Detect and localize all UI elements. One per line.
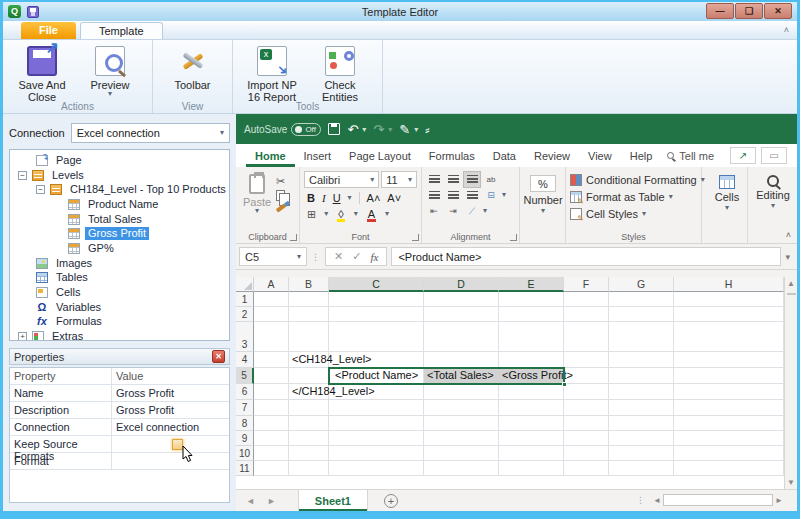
excel-ribbon-collapse-icon[interactable]: ˄: [786, 230, 791, 240]
align-bottom-button[interactable]: [464, 172, 480, 187]
decrease-indent-button[interactable]: ⇤: [426, 204, 442, 219]
autosave-toggle[interactable]: AutoSave Off: [244, 123, 321, 136]
insert-function-icon[interactable]: fx: [370, 251, 378, 263]
merge-dropdown-icon[interactable]: ▾: [502, 192, 506, 198]
column-header-c[interactable]: C: [329, 277, 424, 292]
connection-select[interactable]: Excel connection ▾: [71, 123, 230, 143]
alignment-dialog-launcher-icon[interactable]: [510, 234, 517, 241]
row-header-9[interactable]: 9: [236, 431, 254, 446]
property-row-description[interactable]: Description Gross Profit: [10, 402, 229, 419]
pen-dropdown-icon[interactable]: ▾: [414, 125, 418, 134]
preview-dropdown-icon[interactable]: ▾: [108, 91, 112, 97]
excel-tab-help[interactable]: Help: [621, 144, 662, 167]
font-color-dropdown-icon[interactable]: ▾: [385, 211, 389, 217]
fill-handle[interactable]: [562, 382, 567, 387]
horizontal-scroll-track[interactable]: [663, 494, 773, 506]
underline-button[interactable]: U: [333, 192, 341, 204]
share-button[interactable]: ↗: [730, 147, 756, 164]
tree-item-total-sales[interactable]: Total Sales: [10, 212, 229, 227]
tab-template[interactable]: Template: [80, 22, 163, 39]
borders-button[interactable]: ⊞: [307, 208, 316, 221]
property-row-keep-source-formats[interactable]: Keep Source Formats: [10, 436, 229, 453]
bold-button[interactable]: B: [307, 192, 315, 204]
horizontal-scrollbar[interactable]: ◄ ►: [653, 493, 783, 507]
row-header-6[interactable]: 6: [236, 384, 254, 400]
add-sheet-icon[interactable]: +: [384, 494, 398, 508]
row-header-10[interactable]: 10: [236, 446, 254, 461]
excel-tab-view[interactable]: View: [579, 144, 621, 167]
align-center-button[interactable]: [445, 188, 461, 203]
font-size-combo[interactable]: 11 ▾: [381, 171, 417, 188]
column-header-a[interactable]: A: [254, 277, 289, 292]
increase-indent-button[interactable]: ⇥: [445, 204, 461, 219]
fill-color-button[interactable]: ◊: [336, 208, 345, 220]
maximize-button[interactable]: ❑: [735, 3, 763, 19]
excel-tab-formulas[interactable]: Formulas: [420, 144, 484, 167]
column-header-b[interactable]: B: [289, 277, 329, 292]
excel-tab-home[interactable]: Home: [246, 144, 295, 167]
excel-tab-insert[interactable]: Insert: [295, 144, 341, 167]
tree-item-ch184-level[interactable]: − CH184_Level - Top 10 Products: [10, 182, 229, 197]
fill-color-dropdown-icon[interactable]: ▾: [354, 211, 358, 217]
format-painter-icon[interactable]: [276, 203, 286, 212]
tree-item-levels[interactable]: − Levels: [10, 168, 229, 183]
worksheet-grid[interactable]: A B C D E F G H 1: [236, 277, 784, 489]
cells-button[interactable]: Cells ▾: [706, 171, 748, 211]
excel-tab-data[interactable]: Data: [484, 144, 525, 167]
conditional-formatting-button[interactable]: Conditional Formatting ▾: [570, 171, 697, 188]
number-format-button[interactable]: % Number ▾: [524, 171, 562, 214]
align-left-button[interactable]: [426, 188, 442, 203]
paste-button[interactable]: Paste ▾: [240, 171, 274, 214]
tree-item-gp-percent[interactable]: GP%: [10, 241, 229, 256]
undo-dropdown-icon[interactable]: ▾: [362, 125, 366, 134]
borders-dropdown-icon[interactable]: ▾: [324, 211, 328, 217]
column-header-f[interactable]: F: [564, 277, 609, 292]
property-row-name[interactable]: Name Gross Profit: [10, 385, 229, 402]
select-all-corner[interactable]: [236, 277, 254, 292]
scroll-down-icon[interactable]: ▼: [787, 478, 795, 487]
property-row-format[interactable]: Format: [10, 453, 229, 470]
sheet-next-icon[interactable]: ►: [263, 496, 280, 506]
expand-box-icon[interactable]: +: [18, 332, 27, 341]
cell-c5-active[interactable]: <Product Name>: [329, 368, 424, 384]
vertical-scroll-thumb[interactable]: [787, 293, 796, 295]
tree-item-variables[interactable]: Ω Variables: [10, 300, 229, 315]
editing-button[interactable]: Editing ▾: [752, 171, 794, 209]
cancel-entry-icon[interactable]: ✕: [334, 250, 343, 263]
close-button[interactable]: ✕: [764, 3, 792, 19]
increase-font-button[interactable]: A˄: [367, 192, 381, 204]
orientation-dropdown-icon[interactable]: ▾: [483, 208, 487, 214]
align-right-button[interactable]: [464, 188, 480, 203]
customize-qat-icon[interactable]: ⸗: [425, 123, 429, 136]
preview-button[interactable]: Preview ▾: [79, 44, 141, 97]
row-header-2[interactable]: 2: [236, 307, 254, 322]
tree-item-cells[interactable]: Cells: [10, 285, 229, 300]
formula-input[interactable]: <Product Name>: [391, 247, 781, 266]
tree-item-extras[interactable]: + Extras: [10, 329, 229, 341]
cell-styles-button[interactable]: Cell Styles ▾: [570, 205, 697, 222]
cell-b6[interactable]: </CH184_Level>: [289, 384, 329, 400]
column-header-d[interactable]: D: [424, 277, 499, 292]
column-header-e[interactable]: E: [499, 277, 564, 292]
row-header-1[interactable]: 1: [236, 292, 254, 307]
tab-file[interactable]: File: [21, 22, 76, 39]
row-header-5[interactable]: 5: [236, 368, 254, 384]
row-header-7[interactable]: 7: [236, 400, 254, 416]
formula-bar-expand-icon[interactable]: ▾: [785, 252, 794, 262]
sheet-tab-sheet1[interactable]: Sheet1: [298, 490, 368, 511]
tree-item-gross-profit[interactable]: Gross Profit: [10, 226, 229, 241]
decrease-font-button[interactable]: A˅: [387, 192, 401, 204]
tell-me-search[interactable]: Tell me: [667, 150, 714, 162]
underline-dropdown-icon[interactable]: ▾: [348, 195, 352, 201]
font-dialog-launcher-icon[interactable]: [412, 234, 419, 241]
comments-button[interactable]: ▭: [761, 147, 787, 164]
collapse-box-icon[interactable]: −: [18, 171, 27, 180]
row-header-11[interactable]: 11: [236, 461, 254, 476]
copy-icon[interactable]: [276, 190, 285, 201]
minimize-button[interactable]: —: [706, 3, 734, 19]
tree-item-tables[interactable]: Tables: [10, 271, 229, 286]
italic-button[interactable]: I: [322, 192, 326, 204]
excel-tab-page-layout[interactable]: Page Layout: [340, 144, 420, 167]
properties-close-icon[interactable]: ✕: [212, 350, 225, 363]
hscroll-left-icon[interactable]: ◄: [653, 496, 661, 505]
